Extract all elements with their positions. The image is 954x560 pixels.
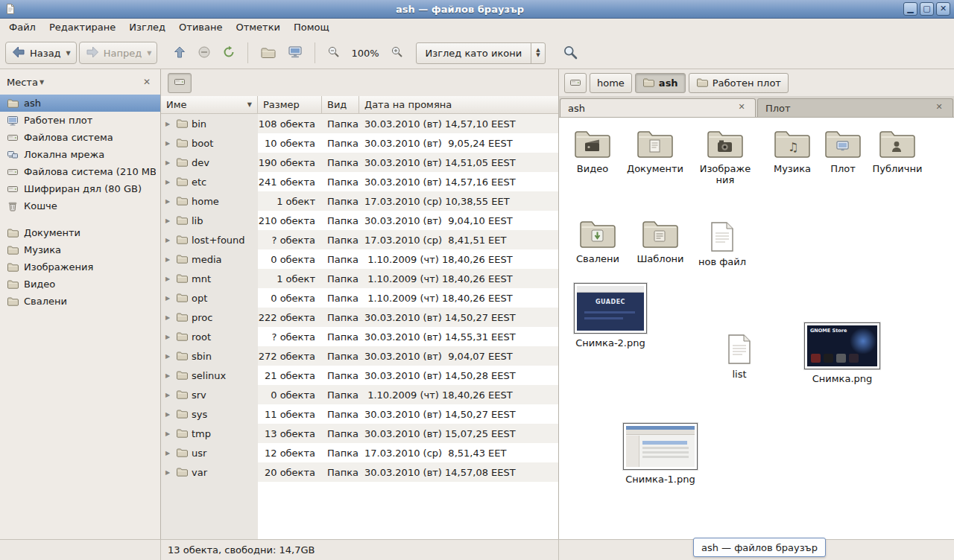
item-pictures[interactable]: Изображения xyxy=(698,128,752,185)
expander-icon[interactable]: ▶ xyxy=(165,334,172,340)
item-downloads[interactable]: Свалени xyxy=(566,218,629,264)
item-documents[interactable]: Документи xyxy=(624,128,686,174)
expander-icon[interactable]: ▶ xyxy=(165,372,172,379)
sidebar-item[interactable]: Видео xyxy=(0,276,160,293)
file-row[interactable]: ▶ srv 0 обекта Папка 1.10.2009 (чт) 18,4… xyxy=(161,385,558,404)
file-row[interactable]: ▶ dev 190 обекта Папка 30.03.2010 (вт) 1… xyxy=(161,153,558,172)
file-row[interactable]: ▶ usr 12 обекта Папка 17.03.2010 (ср) 8,… xyxy=(161,443,558,462)
expander-icon[interactable]: ▶ xyxy=(165,237,172,244)
sidebar-item[interactable]: Локална мрежа xyxy=(0,146,160,163)
back-button[interactable]: Назад ▼ xyxy=(5,42,77,64)
sidebar-item[interactable]: Музика xyxy=(0,241,160,258)
tab[interactable]: ash ✕ xyxy=(560,98,756,117)
sidebar-title[interactable]: Места xyxy=(7,77,38,88)
file-row[interactable]: ▶ opt 0 обекта Папка 1.10.2009 (чт) 18,4… xyxy=(161,288,558,308)
file-row[interactable]: ▶ lost+found ? обекта Папка 17.03.2010 (… xyxy=(161,230,558,249)
file-row[interactable]: ▶ proc 222 обекта Папка 30.03.2010 (вт) … xyxy=(161,308,558,327)
sidebar-item[interactable]: Документи xyxy=(0,224,160,241)
expander-icon[interactable]: ▶ xyxy=(165,392,172,398)
back-history-caret-icon[interactable]: ▼ xyxy=(66,50,71,57)
expander-icon[interactable]: ▶ xyxy=(165,411,172,418)
expander-icon[interactable]: ▶ xyxy=(165,353,172,360)
path-button[interactable] xyxy=(564,73,587,93)
column-header-name[interactable]: Име ▼ xyxy=(161,96,258,114)
file-row[interactable]: ▶ mnt 1 обект Папка 1.10.2009 (чт) 18,40… xyxy=(161,269,558,288)
item-snimka1[interactable]: Снимка-1.png xyxy=(619,423,702,485)
sidebar-title-caret-icon[interactable]: ▼ xyxy=(40,79,44,86)
item-snimka[interactable]: GNOME Store Снимка.png xyxy=(800,322,884,384)
item-newfile[interactable]: нов файл xyxy=(691,221,754,267)
file-row[interactable]: ▶ sys 11 обекта Папка 30.03.2010 (вт) 14… xyxy=(161,404,558,424)
reload-button[interactable] xyxy=(218,42,240,64)
expander-icon[interactable]: ▶ xyxy=(165,159,172,166)
sidebar-item[interactable]: Работен плот xyxy=(0,112,160,129)
minimize-button[interactable]: ▁ xyxy=(903,2,917,16)
file-row[interactable]: ▶ media 0 обекта Папка 1.10.2009 (чт) 18… xyxy=(161,249,558,269)
item-templates[interactable]: Шаблони xyxy=(629,218,692,264)
file-row[interactable]: ▶ sbin 272 обекта Папка 30.03.2010 (вт) … xyxy=(161,346,558,366)
menu-item[interactable]: Изглед xyxy=(122,19,172,37)
pathbar-root-button[interactable] xyxy=(168,73,192,93)
expander-icon[interactable]: ▶ xyxy=(165,198,172,205)
item-listfile[interactable]: list xyxy=(708,334,771,380)
path-button[interactable]: ash xyxy=(635,73,686,93)
maximize-button[interactable]: ▢ xyxy=(920,2,934,16)
item-desktop[interactable]: Плот xyxy=(812,128,874,174)
expander-icon[interactable]: ▶ xyxy=(165,256,172,263)
expander-icon[interactable]: ▶ xyxy=(165,314,172,321)
close-button[interactable]: ✕ xyxy=(936,2,950,16)
expander-icon[interactable]: ▶ xyxy=(165,179,172,185)
expander-icon[interactable]: ▶ xyxy=(165,430,172,437)
menu-item[interactable]: Редактиране xyxy=(42,19,122,37)
file-row[interactable]: ▶ lib 210 обекта Папка 30.03.2010 (вт) 9… xyxy=(161,211,558,230)
path-button[interactable]: Работен плот xyxy=(689,73,789,93)
expander-icon[interactable]: ▶ xyxy=(165,140,172,147)
file-row[interactable]: ▶ selinux 21 обекта Папка 30.03.2010 (вт… xyxy=(161,366,558,385)
zoom-out-button[interactable] xyxy=(323,42,344,64)
item-video[interactable]: Видео xyxy=(561,128,624,174)
expander-icon[interactable]: ▶ xyxy=(165,217,172,224)
search-button[interactable] xyxy=(558,42,582,64)
file-row[interactable]: ▶ bin 108 обекта Папка 30.03.2010 (вт) 1… xyxy=(161,114,558,133)
tab[interactable]: Плот ✕ xyxy=(757,98,953,117)
file-row[interactable]: ▶ etc 241 обекта Папка 30.03.2010 (вт) 1… xyxy=(161,172,558,191)
expander-icon[interactable]: ▶ xyxy=(165,450,172,456)
item-snimka2[interactable]: GUADEC Снимка-2.png xyxy=(569,283,652,349)
path-button[interactable]: home xyxy=(590,73,632,93)
expander-icon[interactable]: ▶ xyxy=(165,276,172,282)
tab-close-icon[interactable]: ✕ xyxy=(736,102,748,114)
menu-item[interactable]: Отиване xyxy=(172,19,229,37)
up-button[interactable] xyxy=(168,42,191,64)
home-button[interactable] xyxy=(256,42,281,64)
expander-icon[interactable]: ▶ xyxy=(165,469,172,476)
computer-button[interactable] xyxy=(283,42,307,64)
tab-close-icon[interactable]: ✕ xyxy=(933,102,945,114)
column-header-date[interactable]: Дата на промяна xyxy=(359,96,558,114)
expander-icon[interactable]: ▶ xyxy=(165,295,172,302)
menu-item[interactable]: Файл xyxy=(2,19,42,37)
view-mode-combobox[interactable]: Изглед като икони ▲▼ xyxy=(416,42,546,64)
menu-item[interactable]: Помощ xyxy=(287,19,336,37)
file-row[interactable]: ▶ root ? обекта Папка 30.03.2010 (вт) 14… xyxy=(161,327,558,346)
sidebar-item[interactable]: Кошче xyxy=(0,197,160,214)
forward-button[interactable]: Напред ▼ xyxy=(79,42,158,64)
sidebar-item[interactable]: Свалени xyxy=(0,293,160,310)
column-header-size[interactable]: Размер xyxy=(258,96,322,114)
sidebar-item[interactable]: Шифриран дял (80 GB) xyxy=(0,180,160,197)
expander-icon[interactable]: ▶ xyxy=(165,121,172,127)
column-header-type[interactable]: Вид xyxy=(322,96,359,114)
sidebar-item[interactable]: Изображения xyxy=(0,258,160,276)
file-row[interactable]: ▶ home 1 обект Папка 17.03.2010 (ср) 10,… xyxy=(161,191,558,211)
zoom-in-button[interactable] xyxy=(386,42,408,64)
file-row[interactable]: ▶ var 20 обекта Папка 30.03.2010 (вт) 14… xyxy=(161,462,558,482)
stop-button[interactable] xyxy=(193,42,215,64)
sidebar-item[interactable]: Файлова система xyxy=(0,129,160,146)
file-row[interactable]: ▶ tmp 13 обекта Папка 30.03.2010 (вт) 15… xyxy=(161,424,558,443)
menu-item[interactable]: Отметки xyxy=(229,19,286,37)
sidebar-close-icon[interactable]: ✕ xyxy=(140,77,154,87)
forward-history-caret-icon[interactable]: ▼ xyxy=(147,50,151,57)
sidebar-item[interactable]: ash xyxy=(0,95,160,112)
item-public[interactable]: Публични xyxy=(866,128,929,174)
sidebar-item[interactable]: Файлова система (210 MB) xyxy=(0,163,160,180)
file-row[interactable]: ▶ boot 10 обекта Папка 30.03.2010 (вт) 9… xyxy=(161,133,558,153)
